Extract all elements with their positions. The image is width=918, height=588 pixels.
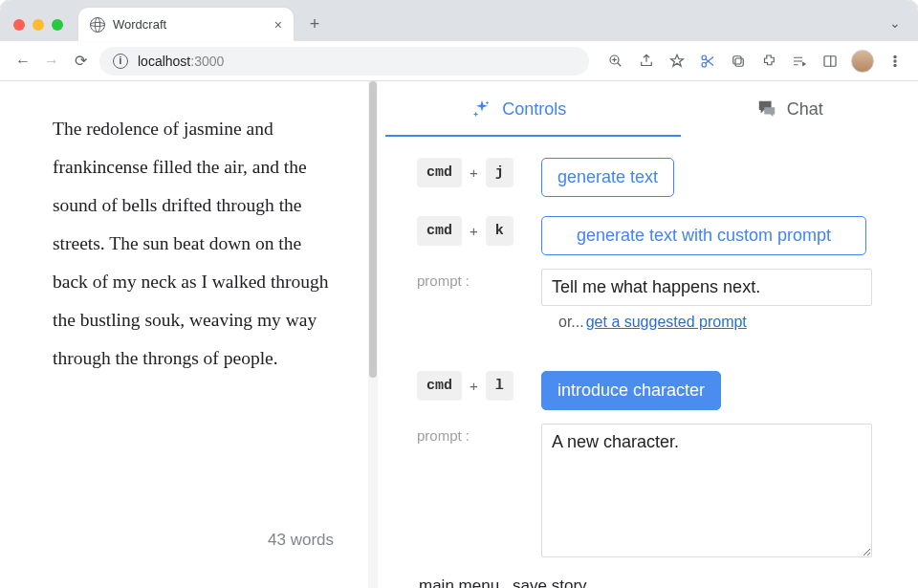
- browser-tab[interactable]: Wordcraft ×: [78, 8, 294, 41]
- maximize-window[interactable]: [52, 19, 63, 31]
- globe-icon: [90, 17, 105, 33]
- svg-rect-13: [824, 55, 836, 66]
- key-cmd: cmd: [417, 216, 462, 246]
- url-host: localhost: [138, 54, 190, 69]
- introduce-character-button[interactable]: introduce character: [541, 371, 721, 410]
- tab-chat-label: Chat: [787, 99, 823, 120]
- shortcut-generate: cmd + j: [417, 158, 524, 187]
- back-button[interactable]: ←: [13, 52, 33, 71]
- tab-chat[interactable]: Chat: [718, 81, 862, 137]
- new-tab-button[interactable]: +: [301, 11, 328, 38]
- tab-overflow-icon[interactable]: ⌄: [889, 15, 901, 31]
- browser-tab-strip: Wordcraft × + ⌄: [0, 0, 918, 41]
- suggested-prompt-link[interactable]: get a suggested prompt: [586, 314, 747, 331]
- star-icon[interactable]: [667, 52, 687, 71]
- panel-icon[interactable]: [820, 52, 840, 71]
- key-cmd: cmd: [417, 371, 462, 401]
- generate-text-button[interactable]: generate text: [541, 158, 674, 197]
- controls-pane: Controls Chat cmd + j generate text cmd: [368, 81, 918, 588]
- story-text[interactable]: The redolence of jasmine and frankincens…: [53, 110, 335, 569]
- close-window[interactable]: [13, 19, 25, 31]
- reload-button[interactable]: ⟳: [71, 52, 90, 71]
- url-port: :3000: [190, 54, 224, 69]
- scrollbar-thumb[interactable]: [369, 81, 377, 378]
- key-cmd: cmd: [417, 158, 462, 187]
- key-l: l: [486, 371, 514, 401]
- svg-rect-8: [735, 58, 743, 66]
- plus: +: [470, 164, 478, 181]
- plus: +: [470, 223, 478, 239]
- chat-icon: [756, 98, 777, 120]
- tab-controls[interactable]: Controls: [433, 81, 604, 137]
- key-j: j: [486, 158, 514, 187]
- svg-rect-9: [733, 55, 741, 63]
- or-text: or...: [558, 314, 584, 331]
- svg-point-15: [894, 55, 896, 57]
- address-bar[interactable]: i localhost:3000: [99, 47, 589, 76]
- svg-point-16: [894, 59, 896, 61]
- extensions-icon[interactable]: [759, 52, 778, 71]
- sparkle-icon: [471, 98, 492, 120]
- footer-links: main menu save story: [417, 571, 872, 588]
- profile-avatar[interactable]: [851, 50, 874, 73]
- scissors-icon[interactable]: [698, 52, 717, 71]
- copy-icon[interactable]: [729, 52, 748, 71]
- forward-button: →: [42, 52, 61, 71]
- info-icon[interactable]: i: [113, 54, 128, 69]
- scrollbar[interactable]: [368, 81, 378, 588]
- generate-custom-button[interactable]: generate text with custom prompt: [541, 216, 866, 255]
- zoom-icon[interactable]: [606, 52, 625, 71]
- plus: +: [470, 378, 478, 394]
- shortcut-introduce: cmd + l: [417, 371, 524, 401]
- share-icon[interactable]: [637, 52, 656, 71]
- panel-tabs: Controls Chat: [377, 81, 918, 137]
- window-controls: [13, 19, 63, 31]
- svg-line-1: [618, 62, 622, 66]
- editor-pane[interactable]: The redolence of jasmine and frankincens…: [0, 81, 368, 588]
- playlist-icon[interactable]: [790, 52, 809, 71]
- custom-prompt-input[interactable]: [541, 269, 872, 306]
- close-tab-icon[interactable]: ×: [274, 17, 282, 33]
- main-menu-link[interactable]: main menu: [419, 577, 499, 588]
- svg-point-17: [894, 64, 896, 66]
- introduce-prompt-textarea[interactable]: [541, 424, 872, 557]
- save-story-link[interactable]: save story: [513, 577, 586, 588]
- menu-icon[interactable]: [885, 52, 905, 71]
- prompt-label: prompt :: [417, 269, 524, 289]
- browser-toolbar: ← → ⟳ i localhost:3000: [0, 41, 918, 81]
- word-count: 43 words: [268, 521, 334, 559]
- shortcut-custom: cmd + k: [417, 216, 524, 246]
- tab-title: Wordcraft: [113, 17, 166, 32]
- minimize-window[interactable]: [33, 19, 44, 31]
- key-k: k: [486, 216, 514, 246]
- prompt-label-2: prompt :: [417, 424, 524, 444]
- tab-controls-label: Controls: [502, 99, 566, 120]
